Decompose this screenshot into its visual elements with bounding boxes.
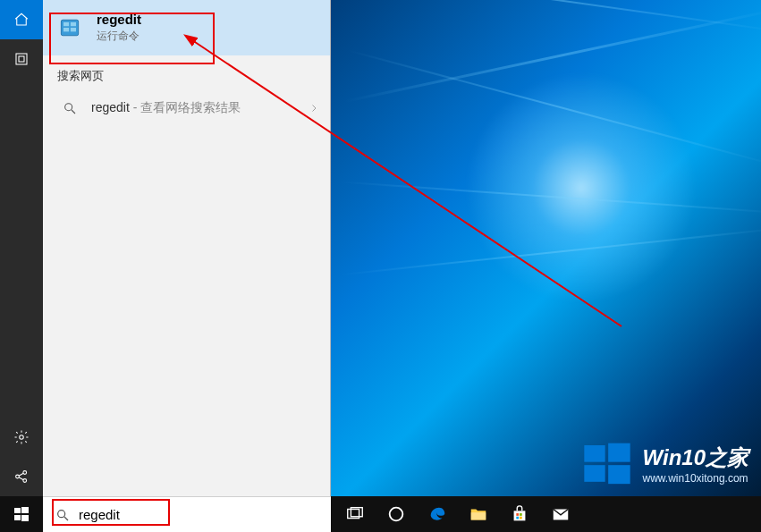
search-input[interactable] bbox=[79, 507, 331, 522]
web-result-text: regedit - 查看网络搜索结果 bbox=[91, 100, 309, 116]
svg-rect-14 bbox=[71, 28, 76, 31]
watermark-url: www.win10xitong.com bbox=[643, 472, 748, 485]
taskbar bbox=[0, 496, 761, 532]
sidebar-share[interactable] bbox=[0, 457, 43, 496]
taskbar-search-box[interactable] bbox=[43, 496, 331, 532]
svg-rect-20 bbox=[21, 515, 29, 521]
windows-start-icon bbox=[14, 507, 29, 521]
svg-rect-3 bbox=[608, 465, 630, 484]
start-sidebar bbox=[0, 0, 43, 496]
svg-point-7 bbox=[16, 475, 20, 478]
mail-button[interactable] bbox=[540, 496, 581, 532]
svg-point-8 bbox=[23, 471, 27, 475]
windows-logo-icon bbox=[582, 439, 632, 489]
svg-rect-17 bbox=[14, 508, 21, 513]
search-icon bbox=[55, 508, 70, 522]
regedit-icon bbox=[55, 13, 84, 42]
best-match-title: regedit bbox=[97, 12, 141, 27]
apps-icon bbox=[13, 51, 30, 67]
file-explorer-button[interactable] bbox=[458, 496, 499, 532]
svg-point-9 bbox=[23, 479, 27, 483]
web-search-result[interactable]: regedit - 查看网络搜索结果 bbox=[43, 91, 330, 125]
web-section-header: 搜索网页 bbox=[43, 55, 330, 91]
cortana-button[interactable] bbox=[376, 496, 417, 532]
search-results-panel: regedit 运行命令 搜索网页 regedit - 查看网络搜索结果 bbox=[43, 0, 331, 496]
settings-icon bbox=[13, 429, 30, 445]
search-icon bbox=[63, 101, 77, 115]
share-icon bbox=[13, 469, 30, 485]
task-view-button[interactable] bbox=[334, 496, 376, 532]
svg-rect-12 bbox=[71, 22, 76, 26]
sidebar-home[interactable] bbox=[0, 0, 43, 39]
svg-rect-0 bbox=[584, 445, 605, 462]
svg-rect-13 bbox=[63, 28, 69, 31]
edge-icon bbox=[427, 504, 447, 524]
svg-rect-28 bbox=[520, 513, 522, 516]
svg-point-15 bbox=[65, 104, 72, 111]
svg-point-21 bbox=[58, 510, 65, 517]
best-match-subtitle: 运行命令 bbox=[97, 29, 141, 44]
start-button[interactable] bbox=[0, 496, 43, 532]
cortana-icon bbox=[386, 504, 406, 524]
svg-line-22 bbox=[64, 517, 68, 520]
svg-point-6 bbox=[20, 435, 24, 440]
edge-button[interactable] bbox=[417, 496, 458, 532]
task-view-icon bbox=[345, 504, 365, 524]
svg-rect-27 bbox=[516, 513, 519, 516]
svg-rect-1 bbox=[608, 443, 630, 462]
watermark: Win10之家 www.win10xitong.com bbox=[582, 439, 748, 489]
best-match-item[interactable]: regedit 运行命令 bbox=[43, 0, 330, 55]
svg-point-25 bbox=[390, 508, 403, 521]
svg-rect-2 bbox=[584, 465, 605, 482]
svg-rect-5 bbox=[19, 56, 24, 62]
svg-rect-30 bbox=[520, 517, 522, 519]
home-icon bbox=[13, 12, 30, 28]
svg-rect-19 bbox=[14, 515, 21, 520]
svg-rect-29 bbox=[516, 517, 519, 519]
svg-rect-11 bbox=[63, 22, 69, 26]
watermark-title: Win10之家 bbox=[643, 443, 748, 472]
store-icon bbox=[510, 504, 529, 524]
file-explorer-icon bbox=[469, 504, 488, 524]
mail-icon bbox=[551, 504, 571, 524]
sidebar-settings[interactable] bbox=[0, 418, 43, 457]
svg-rect-18 bbox=[21, 507, 29, 513]
sidebar-apps[interactable] bbox=[0, 39, 43, 79]
svg-rect-26 bbox=[471, 512, 486, 519]
chevron-right-icon bbox=[309, 103, 319, 114]
svg-line-16 bbox=[72, 110, 75, 114]
store-button[interactable] bbox=[499, 496, 540, 532]
svg-rect-4 bbox=[16, 54, 27, 64]
